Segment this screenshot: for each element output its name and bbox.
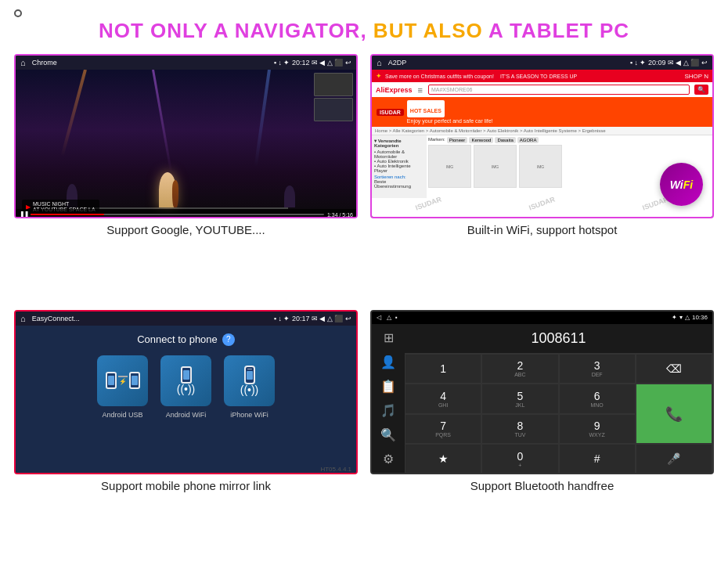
dial-4-main: 4 (440, 390, 446, 402)
status-icons-1: ▪ ↓ ✦ 20:12 ✉ ◀ △ ⬛ ↩ (274, 59, 351, 67)
time-display: 1:34 / 5:16 (327, 212, 353, 218)
dial-9-main: 9 (594, 420, 600, 432)
ali-season-text: IT'S A SEASON TO DRESS UP (500, 74, 577, 79)
dialpad-icon[interactable]: ⊞ (384, 330, 394, 345)
youtube-caption: Support Google, YOUTUBE.... (106, 223, 265, 236)
dial-star[interactable]: ★ (405, 444, 481, 474)
sidebar-title: ▾ Verwandte Kategorien (374, 138, 424, 148)
clock-4: 10:36 (692, 314, 708, 321)
product-card-1[interactable]: IMG (428, 145, 471, 188)
android-usb-label: Android USB (102, 411, 142, 419)
headline-part2: BUT ALSO (367, 19, 488, 42)
home-icon-2[interactable]: ⌂ (377, 58, 382, 67)
status-bar-4: ◁ △ ▪ ✦ ▾ △ 10:36 (372, 312, 712, 324)
iphone-wifi-option[interactable]: ((•)) iPhone WiFi (224, 355, 275, 419)
brand-item-4[interactable]: AGORA (517, 137, 539, 143)
mic-button[interactable]: 🎤 (636, 444, 712, 474)
dial-4[interactable]: 4GHI (405, 384, 481, 414)
bluetooth-caption: Support Bluetooth handfree (470, 479, 614, 492)
back-button-4[interactable]: ◁ (377, 314, 381, 321)
progress-track[interactable] (31, 214, 324, 215)
status-bar-1: ⌂ Chrome ▪ ↓ ✦ 20:12 ✉ ◀ △ ⬛ ↩ (16, 56, 356, 70)
dial-6-sub: MNO (590, 402, 603, 408)
dial-7[interactable]: 7PQRS (405, 414, 481, 445)
dial-5-sub: JKL (515, 402, 524, 408)
dial-0[interactable]: 0+ (481, 444, 558, 474)
dialpad: 1 2ABC 3DEF ⌫ 4GHI 5JKL 6MNO 📞 7PQRS 8TU… (405, 354, 712, 474)
usb-symbol: ⚡ (119, 378, 127, 385)
android-wifi-icon[interactable]: ((•)) (160, 355, 211, 406)
youtube-screen: ⌂ Chrome ▪ ↓ ✦ 20:12 ✉ ◀ △ ⬛ ↩ (14, 54, 358, 218)
home-icon-3[interactable]: ⌂ (20, 314, 26, 323)
feature-grid: ⌂ Chrome ▪ ↓ ✦ 20:12 ✉ ◀ △ ⬛ ↩ (14, 54, 714, 554)
easyconnect-content: Connect to phone ? (16, 326, 356, 474)
phone-screen-wifi (183, 370, 189, 380)
phone-right (129, 372, 140, 389)
backspace-button[interactable]: ⌫ (636, 354, 712, 384)
android-usb-icon[interactable]: ⚡ (97, 355, 148, 406)
product-card-2[interactable]: IMG (474, 145, 517, 188)
iphone-wifi-icon[interactable]: ((•)) (224, 355, 275, 406)
dial-2[interactable]: 2ABC (481, 354, 558, 384)
bg-performer-2 (284, 186, 295, 207)
brand-item-1[interactable]: Pioneer (447, 137, 468, 143)
cat-item-3[interactable]: • Auto Intelligente Player (374, 164, 424, 173)
android-wifi-option[interactable]: ((•)) Android WiFi (160, 355, 211, 419)
question-badge[interactable]: ? (222, 333, 235, 346)
dial-8[interactable]: 8TUV (481, 414, 558, 445)
watermarks: ISUDAR ISUDAR ISUDAR (372, 200, 712, 207)
brand-label: Marken: (428, 137, 445, 143)
dial-hash[interactable]: # (559, 444, 636, 474)
dial-2-sub: ABC (514, 372, 525, 377)
android-usb-option[interactable]: ⚡ Android USB (97, 355, 148, 419)
bluetooth-screen: ◁ △ ▪ ✦ ▾ △ 10:36 ⊞ 👤 📋 🎵 (370, 310, 714, 474)
dial-9[interactable]: 9WXYZ (559, 414, 636, 445)
thumb-1 (314, 73, 353, 96)
cable-line (118, 376, 128, 377)
sort-option[interactable]: Beste Übereinstimmung (374, 179, 424, 189)
dial-1[interactable]: 1 (405, 354, 481, 384)
ali-shop-text: SHOP N (684, 73, 708, 80)
fi-text: Fi (683, 178, 693, 191)
brand-item-3[interactable]: Dasaita (495, 137, 515, 143)
dial-3[interactable]: 3DEF (559, 354, 636, 384)
progress-bar[interactable]: ▐▐ 1:34 / 5:16 (16, 209, 356, 218)
settings-icon[interactable]: ⚙ (383, 452, 394, 467)
product-card-3[interactable]: IMG (519, 145, 562, 188)
dial-5-main: 5 (517, 390, 523, 402)
phone-content: ⊞ 👤 📋 🎵 🔍 ⚙ 1008611 1 2ABC (372, 324, 712, 474)
hot-sales-badge: HOT SALES (407, 100, 445, 117)
dial-5[interactable]: 5JKL (481, 384, 558, 414)
search-button[interactable]: 🔍 (694, 85, 708, 95)
brand-item-2[interactable]: Kenwood (469, 137, 493, 143)
home-icon-1[interactable]: ⌂ (20, 58, 26, 67)
hot-sales-text: HOT SALES (410, 108, 441, 113)
audio-icon[interactable]: 🎵 (380, 403, 396, 418)
square-4[interactable]: ▪ (395, 314, 398, 321)
recent-calls-icon[interactable]: 📋 (380, 379, 396, 394)
contacts-icon[interactable]: 👤 (380, 355, 396, 369)
dial-6[interactable]: 6MNO (559, 384, 636, 414)
home-4[interactable]: △ (387, 314, 391, 321)
phone-sidebar: ⊞ 👤 📋 🎵 🔍 ⚙ (372, 324, 405, 474)
status-bar-2: ⌂ A2DP ▪ ↓ ✦ 20:09 ✉ ◀ △ ⬛ ↩ (372, 56, 712, 70)
thumbnails (314, 73, 353, 121)
cat-item-1[interactable]: • Automobile & Motorräder (374, 150, 424, 159)
brand-filters: Marken: Pioneer Kenwood Dasaita AGORA (428, 137, 711, 143)
progress-fill (31, 214, 104, 215)
mirror-caption: Support mobile phone mirror link (101, 479, 271, 492)
dial-1-main: 1 (440, 362, 446, 375)
search-bar[interactable]: MA#XSMORE06 (428, 85, 690, 95)
play-button[interactable]: ▐▐ (19, 211, 27, 218)
connect-options: ⚡ Android USB (97, 355, 275, 419)
signal-icon: ▾ (679, 314, 683, 321)
search-icon[interactable]: 🔍 (380, 427, 396, 442)
bt-icon: ✦ (672, 314, 677, 321)
iphone-wifi-label: iPhone WiFi (230, 411, 268, 419)
status-icons-2: ▪ ↓ ✦ 20:09 ✉ ◀ △ ⬛ ↩ (630, 59, 708, 67)
aliexpress-logo: AliExpress (376, 86, 413, 94)
wifi-arc: ((•)) (177, 384, 196, 394)
call-button[interactable]: 📞 (636, 384, 712, 444)
mic-icon: 🎤 (667, 452, 680, 465)
connect-title: Connect to phone ? (137, 333, 235, 346)
